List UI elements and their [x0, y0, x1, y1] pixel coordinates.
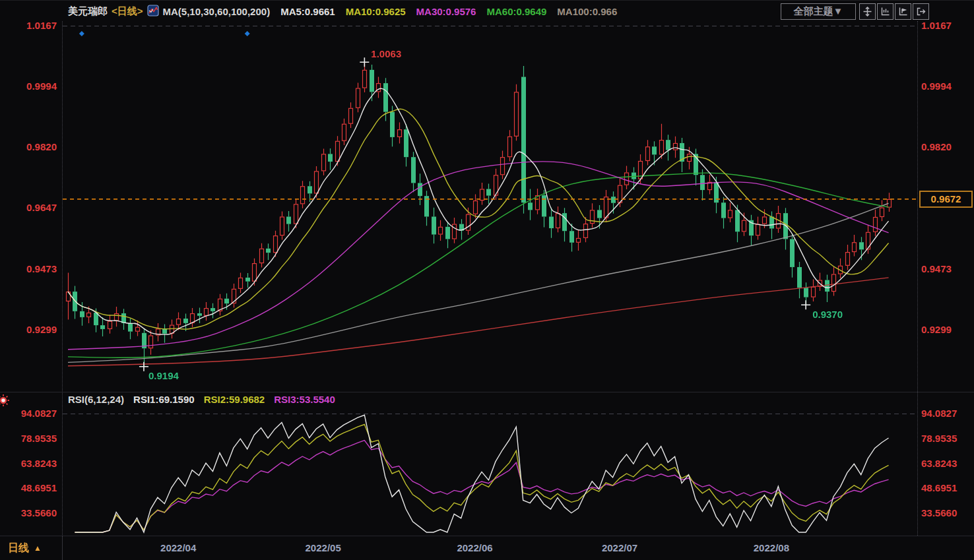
y-axis-label-left: 0.9473	[3, 263, 57, 275]
pane-grid-icon[interactable]	[859, 3, 876, 20]
rsi-axis-label-left: 78.9535	[3, 433, 57, 445]
ma30-value: MA30:0.9576	[416, 6, 476, 17]
price-annotation: 1.0063	[371, 48, 401, 59]
y-axis-label-left: 0.9994	[3, 80, 57, 92]
trading-chart-app: 美元瑞郎<日线> MA(5,10,30,60,100,200) MA5:0.96…	[0, 0, 974, 560]
kline-chart-icon	[147, 5, 159, 18]
ma5-value: MA5:0.9661	[280, 6, 335, 17]
y-axis-label-right: 0.9473	[921, 263, 974, 275]
x-axis-month-label: 2022/05	[306, 542, 341, 553]
period-tag: <日线>	[112, 5, 143, 18]
rsi-title: RSI(6,12,24)	[68, 394, 124, 405]
y-axis-label-right: 0.9299	[921, 324, 974, 336]
right-axis-spine	[917, 21, 919, 536]
axis-flag-icon[interactable]	[895, 3, 911, 20]
x-axis-month-label: 2022/08	[754, 542, 789, 553]
rsi3-value: RSI3:53.5540	[274, 394, 335, 405]
current-price-tag: 0.9672	[919, 191, 973, 208]
y-axis-label-left: 0.9820	[3, 141, 57, 153]
export-icon[interactable]	[913, 3, 929, 20]
y-axis-label-right: 1.0167	[921, 20, 974, 32]
rsi-axis-label-right: 33.5660	[921, 507, 974, 519]
xaxis-divider	[0, 536, 974, 536]
rsi-chart-canvas[interactable]	[63, 406, 917, 535]
rsi-axis-label-right: 94.0827	[921, 408, 974, 420]
main-chart-canvas[interactable]	[63, 21, 917, 391]
rsi-axis-label-left: 33.5660	[3, 507, 57, 519]
period-up-arrow-icon: ▲	[34, 544, 42, 553]
y-axis-label-left: 0.9647	[3, 202, 57, 214]
theme-selector-button[interactable]: 全部主题▼	[781, 3, 856, 20]
ma-group-label: MA(5,10,30,60,100,200)	[163, 6, 271, 17]
header-left: 美元瑞郎<日线> MA(5,10,30,60,100,200) MA5:0.96…	[68, 5, 617, 18]
axis-bars-icon[interactable]	[877, 3, 893, 20]
y-axis-label-right: 0.9994	[921, 80, 974, 92]
symbol-name: 美元瑞郎	[68, 5, 108, 18]
price-annotation: 0.9370	[812, 309, 843, 320]
y-axis-label-left: 0.9299	[3, 324, 57, 336]
price-annotation: 0.9194	[148, 370, 179, 381]
left-axis-spine	[62, 21, 63, 560]
rsi1-value: RSI1:69.1590	[133, 394, 195, 405]
rsi-header: RSI(6,12,24) RSI1:69.1590 RSI2:59.9682 R…	[68, 394, 335, 405]
ma60-value: MA60:0.9649	[486, 6, 546, 17]
rsi-axis-label-right: 63.8243	[921, 458, 974, 470]
period-label: 日线	[8, 542, 29, 555]
rsi-axis-label-left: 94.0827	[3, 408, 57, 420]
y-axis-label-left: 1.0167	[3, 20, 57, 32]
ma100-value: MA100:0.966	[557, 6, 617, 17]
x-axis-month-label: 2022/06	[457, 542, 492, 553]
rsi-axis-label-right: 48.6951	[921, 482, 974, 494]
ma10-value: MA10:0.9625	[346, 6, 406, 17]
rsi2-value: RSI2:59.9682	[204, 394, 265, 405]
period-selector[interactable]: 日线 ▲	[0, 536, 63, 560]
y-axis-label-right: 0.9820	[921, 141, 974, 153]
rsi-axis-label-left: 63.8243	[3, 458, 57, 470]
x-axis-month-label: 2022/07	[602, 542, 637, 553]
chart-header: 美元瑞郎<日线> MA(5,10,30,60,100,200) MA5:0.96…	[0, 0, 974, 21]
panel-divider	[0, 392, 974, 392]
rsi-axis-label-left: 48.6951	[3, 482, 57, 494]
x-axis-month-label: 2022/04	[160, 542, 196, 553]
rsi-axis-label-right: 78.9535	[921, 433, 974, 445]
